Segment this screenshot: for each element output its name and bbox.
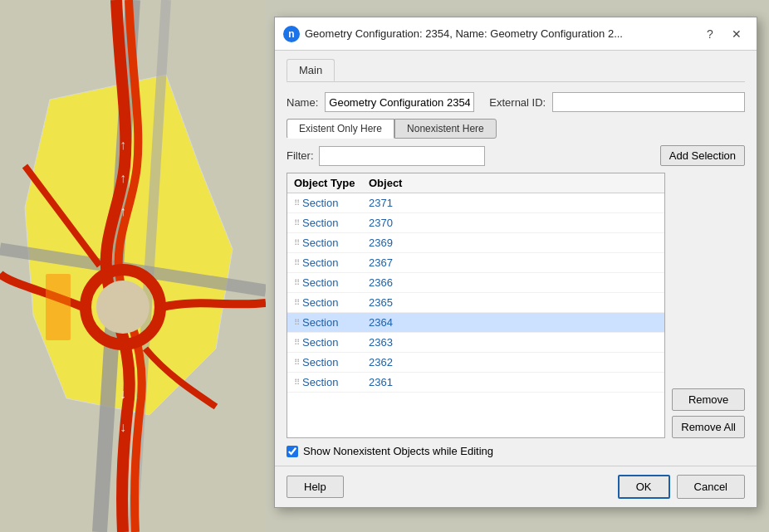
row-object: 2371: [369, 197, 658, 209]
row-handle: ⠿: [294, 338, 299, 347]
remove-all-button[interactable]: Remove All: [672, 416, 745, 438]
checkbox-row: Show Nonexistent Objects while Editing: [287, 445, 745, 457]
svg-text:↑: ↑: [120, 204, 126, 218]
external-id-label: External ID:: [489, 96, 546, 109]
name-input[interactable]: [325, 92, 474, 112]
bottom-left: Help: [287, 476, 344, 498]
filter-left: Filter:: [287, 146, 485, 166]
col-header-type: Object Type: [294, 177, 369, 189]
row-handle: ⠿: [294, 238, 299, 247]
title-bar-controls: ? ✕: [698, 24, 748, 44]
row-type: Section: [302, 376, 369, 388]
row-type: Section: [302, 296, 369, 309]
row-handle: ⠿: [294, 198, 299, 207]
app-icon: n: [283, 26, 300, 42]
table-row[interactable]: ⠿ Section 2361: [287, 373, 664, 393]
show-nonexistent-checkbox[interactable]: [287, 446, 298, 457]
sub-tab-row: Existent Only Here Nonexistent Here: [287, 119, 745, 139]
external-id-input[interactable]: [552, 92, 745, 112]
row-object: 2363: [369, 336, 658, 349]
row-type: Section: [302, 197, 369, 209]
row-object: 2364: [369, 316, 658, 329]
svg-text:↑: ↑: [120, 138, 126, 152]
table-row[interactable]: ⠿ Section 2363: [287, 333, 664, 353]
col-header-object: Object: [369, 177, 658, 189]
dialog-body: Main Name: External ID: Existent Only He…: [275, 51, 757, 466]
row-type: Section: [302, 276, 369, 289]
row-type: Section: [302, 256, 369, 269]
table-row[interactable]: ⠿ Section 2369: [287, 233, 664, 253]
row-type: Section: [302, 217, 369, 229]
row-handle: ⠿: [294, 298, 299, 307]
row-type: Section: [302, 237, 369, 249]
sub-tab-nonexistent[interactable]: Nonexistent Here: [394, 119, 497, 139]
table-row[interactable]: ⠿ Section 2370: [287, 213, 664, 233]
svg-text:↓: ↓: [120, 420, 126, 434]
title-bar: n Geometry Configuration: 2354, Name: Ge…: [275, 17, 757, 51]
table-area: Object Type Object ⠿ Section 2371 ⠿ Sect…: [287, 173, 745, 438]
row-type: Section: [302, 336, 369, 349]
main-tab-row: Main: [287, 59, 745, 82]
bottom-right: OK Cancel: [618, 475, 745, 499]
dialog-title: Geometry Configuration: 2354, Name: Geom…: [305, 27, 693, 40]
svg-rect-12: [46, 274, 71, 340]
ok-button[interactable]: OK: [618, 475, 670, 499]
cancel-button[interactable]: Cancel: [677, 475, 745, 499]
table-row[interactable]: ⠿ Section 2362: [287, 353, 664, 373]
sub-tab-existent[interactable]: Existent Only Here: [287, 119, 394, 139]
row-object: 2365: [369, 296, 658, 309]
help-button[interactable]: Help: [287, 476, 344, 498]
table-row[interactable]: ⠿ Section 2366: [287, 273, 664, 293]
row-handle: ⠿: [294, 358, 299, 367]
table-buttons: Remove Remove All: [672, 173, 745, 438]
row-handle: ⠿: [294, 278, 299, 287]
filter-input[interactable]: [319, 146, 485, 166]
help-title-button[interactable]: ?: [698, 24, 722, 44]
geometry-config-dialog: n Geometry Configuration: 2354, Name: Ge…: [274, 17, 757, 508]
row-handle: ⠿: [294, 318, 299, 327]
row-object: 2366: [369, 276, 658, 289]
tab-main[interactable]: Main: [287, 59, 335, 81]
map-background: ↑ ↑ ↑ ↓ ↓: [0, 0, 266, 532]
table-container: Object Type Object ⠿ Section 2371 ⠿ Sect…: [287, 173, 665, 438]
row-type: Section: [302, 356, 369, 368]
add-selection-button[interactable]: Add Selection: [660, 145, 745, 166]
row-object: 2369: [369, 237, 658, 249]
show-nonexistent-label: Show Nonexistent Objects while Editing: [303, 445, 493, 457]
table-row[interactable]: ⠿ Section 2365: [287, 293, 664, 313]
row-handle: ⠿: [294, 258, 299, 267]
row-handle: ⠿: [294, 218, 299, 227]
table-scroll[interactable]: ⠿ Section 2371 ⠿ Section 2370 ⠿ Section …: [287, 193, 664, 437]
row-object: 2361: [369, 376, 658, 388]
close-button[interactable]: ✕: [725, 24, 748, 44]
filter-row: Filter: Add Selection: [287, 145, 745, 166]
svg-text:↓: ↓: [120, 387, 126, 401]
row-object: 2367: [369, 256, 658, 269]
filter-label: Filter:: [287, 149, 314, 162]
row-object: 2370: [369, 217, 658, 229]
table-row[interactable]: ⠿ Section 2364: [287, 313, 664, 333]
bottom-bar: Help OK Cancel: [275, 466, 757, 507]
table-header: Object Type Object: [287, 173, 664, 193]
svg-text:↑: ↑: [120, 171, 126, 185]
row-handle: ⠿: [294, 378, 299, 387]
table-row[interactable]: ⠿ Section 2371: [287, 193, 664, 213]
svg-point-6: [96, 281, 149, 334]
row-type: Section: [302, 316, 369, 329]
name-row: Name: External ID:: [287, 92, 745, 112]
row-object: 2362: [369, 356, 658, 368]
remove-button[interactable]: Remove: [672, 388, 745, 411]
table-row[interactable]: ⠿ Section 2367: [287, 253, 664, 273]
name-label: Name:: [287, 96, 318, 109]
